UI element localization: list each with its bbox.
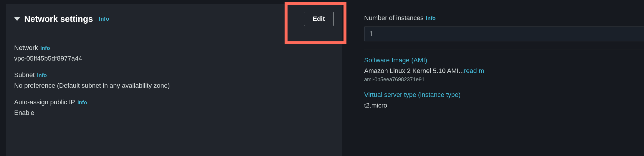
ami-description: Amazon Linux 2 Kernel 5.10 AMI... [364,67,464,74]
subnet-info-link[interactable]: Info [37,72,47,79]
subnet-field: Subnet Info No preference (Default subne… [14,71,333,90]
panel-title: Network settings [24,14,93,24]
network-settings-info-link[interactable]: Info [99,16,109,22]
subnet-value: No preference (Default subnet in any ava… [14,82,333,90]
ami-read-more-link[interactable]: read m [464,67,484,74]
ami-description-line: Amazon Linux 2 Kernel 5.10 AMI...read m [364,67,644,75]
public-ip-info-link[interactable]: Info [77,100,87,106]
network-label: Network [14,44,38,52]
network-label-row: Network Info [14,44,333,52]
panel-header: Network settings Info Edit [6,4,342,35]
network-value: vpc-05ff45b5df8977a44 [14,55,333,62]
instances-info-link[interactable]: Info [426,15,436,22]
public-ip-label-row: Auto-assign public IP Info [14,98,333,106]
public-ip-field: Auto-assign public IP Info Enable [14,98,333,117]
expand-caret-icon[interactable] [14,17,20,21]
ami-id: ami-0b5eea76982371e91 [364,77,644,83]
network-field: Network Info vpc-05ff45b5df8977a44 [14,44,333,62]
panel-header-left: Network settings Info [14,14,109,24]
instance-type-value: t2.micro [364,102,644,109]
summary-panel: Number of instances Info Software Image … [354,0,644,156]
public-ip-label: Auto-assign public IP [14,98,75,106]
summary-divider [364,50,644,50]
instances-label-row: Number of instances Info [364,14,644,22]
instance-type-heading-link[interactable]: Virtual server type (instance type) [364,91,644,99]
instances-input[interactable] [364,27,644,41]
panel-body: Network Info vpc-05ff45b5df8977a44 Subne… [6,35,342,117]
ami-heading-link[interactable]: Software Image (AMI) [364,56,644,64]
subnet-label: Subnet [14,71,35,79]
network-info-link[interactable]: Info [40,45,50,51]
public-ip-value: Enable [14,109,333,117]
subnet-label-row: Subnet Info [14,71,333,79]
edit-button[interactable]: Edit [304,12,333,26]
network-settings-panel: Network settings Info Edit Network Info … [6,4,342,156]
instances-label: Number of instances [364,14,424,22]
